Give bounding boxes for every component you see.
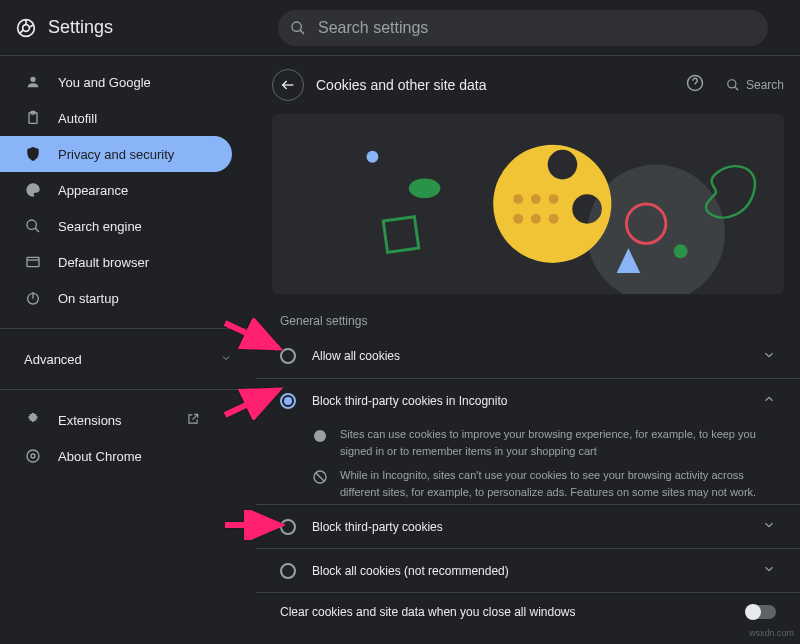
svg-point-2 <box>292 22 301 31</box>
cookies-illustration <box>272 114 784 294</box>
svg-line-34 <box>316 473 324 481</box>
svg-line-3 <box>300 30 304 34</box>
page-header: Cookies and other site data Search <box>256 56 800 114</box>
sidebar-item-label: Appearance <box>58 183 128 198</box>
sidebar-item-you-and-google[interactable]: You and Google <box>0 64 232 100</box>
hero-illustration <box>272 114 784 294</box>
search-icon <box>290 20 306 36</box>
option-block-third-party-incognito[interactable]: Block third-party cookies in Incognito <box>256 378 800 422</box>
svg-point-23 <box>513 214 523 224</box>
clipboard-icon <box>24 109 42 127</box>
option-label: Block third-party cookies <box>312 520 443 534</box>
detail-text: Sites can use cookies to improve your br… <box>340 426 776 459</box>
palette-icon <box>24 181 42 199</box>
svg-point-27 <box>409 178 441 198</box>
search-placeholder: Search settings <box>318 19 428 37</box>
radio-unchecked-icon <box>280 519 296 535</box>
app-header: Settings Search settings <box>0 0 800 56</box>
sidebar-item-label: You and Google <box>58 75 151 90</box>
divider <box>0 328 256 329</box>
help-button[interactable] <box>686 74 704 96</box>
header-search-input[interactable]: Search settings <box>278 10 768 46</box>
svg-point-17 <box>728 80 736 88</box>
sidebar: You and Google Autofill Privacy and secu… <box>0 56 256 644</box>
puzzle-icon <box>24 411 42 429</box>
sidebar-item-extensions[interactable]: Extensions <box>0 402 232 438</box>
divider <box>0 389 256 390</box>
radio-unchecked-icon <box>280 563 296 579</box>
sidebar-item-search-engine[interactable]: Search engine <box>0 208 232 244</box>
back-button[interactable] <box>272 69 304 101</box>
chevron-down-icon <box>762 562 776 579</box>
advanced-label: Advanced <box>24 352 82 367</box>
search-icon <box>726 78 740 92</box>
watermark: wsxdn.com <box>749 628 794 638</box>
sidebar-item-label: Privacy and security <box>58 147 174 162</box>
radio-checked-icon <box>280 393 296 409</box>
svg-rect-9 <box>27 257 39 266</box>
svg-point-20 <box>513 194 523 204</box>
app-title: Settings <box>48 17 113 38</box>
sidebar-item-about-chrome[interactable]: About Chrome <box>0 438 232 474</box>
chrome-logo-icon <box>16 18 36 38</box>
power-icon <box>24 289 42 307</box>
open-in-new-icon <box>186 412 200 429</box>
option-detail: While in Incognito, sites can't use your… <box>256 463 800 504</box>
search-icon <box>24 217 42 235</box>
clear-label: Clear cookies and site data when you clo… <box>280 605 576 619</box>
svg-point-7 <box>27 220 36 229</box>
browser-icon <box>24 253 42 271</box>
sidebar-item-label: Default browser <box>58 255 149 270</box>
page-title: Cookies and other site data <box>316 77 486 93</box>
sidebar-item-autofill[interactable]: Autofill <box>0 100 232 136</box>
sidebar-item-appearance[interactable]: Appearance <box>0 172 232 208</box>
section-title: General settings <box>256 294 800 334</box>
svg-line-8 <box>35 228 39 232</box>
svg-point-22 <box>549 194 559 204</box>
sidebar-item-label: On startup <box>58 291 119 306</box>
chevron-down-icon <box>762 348 776 365</box>
sidebar-item-label: Extensions <box>58 413 122 428</box>
sidebar-item-on-startup[interactable]: On startup <box>0 280 232 316</box>
option-block-third-party[interactable]: Block third-party cookies <box>256 504 800 548</box>
arrow-left-icon <box>280 77 296 93</box>
sidebar-item-label: Autofill <box>58 111 97 126</box>
detail-text: While in Incognito, sites can't use your… <box>340 467 776 500</box>
svg-point-21 <box>531 194 541 204</box>
person-icon <box>24 73 42 91</box>
option-label: Block all cookies (not recommended) <box>312 564 509 578</box>
main-content: Cookies and other site data Search <box>256 56 800 644</box>
radio-unchecked-icon <box>280 348 296 364</box>
clear-cookies-toggle-row[interactable]: Clear cookies and site data when you clo… <box>256 592 800 631</box>
chevron-down-icon <box>762 518 776 535</box>
chrome-icon <box>24 447 42 465</box>
search-label: Search <box>746 78 784 92</box>
svg-point-32 <box>314 430 326 442</box>
svg-point-4 <box>30 77 35 82</box>
page-search[interactable]: Search <box>726 78 784 92</box>
sidebar-item-privacy-security[interactable]: Privacy and security <box>0 136 232 172</box>
toggle-off-icon[interactable] <box>746 605 776 619</box>
option-block-all-cookies[interactable]: Block all cookies (not recommended) <box>256 548 800 592</box>
cookie-icon <box>312 428 328 459</box>
option-allow-all-cookies[interactable]: Allow all cookies <box>256 334 800 378</box>
svg-point-13 <box>27 450 39 462</box>
chevron-up-icon <box>762 392 776 409</box>
svg-rect-28 <box>383 217 419 253</box>
block-icon <box>312 469 328 500</box>
chevron-down-icon <box>220 352 232 367</box>
svg-point-14 <box>31 454 35 458</box>
option-label: Block third-party cookies in Incognito <box>312 394 507 408</box>
sidebar-advanced[interactable]: Advanced <box>0 341 256 377</box>
sidebar-item-label: Search engine <box>58 219 142 234</box>
sidebar-item-default-browser[interactable]: Default browser <box>0 244 232 280</box>
option-detail: Sites can use cookies to improve your br… <box>256 422 800 463</box>
shield-icon <box>24 145 42 163</box>
svg-point-26 <box>367 151 379 163</box>
sidebar-item-label: About Chrome <box>58 449 142 464</box>
svg-line-18 <box>735 87 739 91</box>
svg-point-31 <box>674 244 688 258</box>
option-label: Allow all cookies <box>312 349 400 363</box>
svg-point-24 <box>531 214 541 224</box>
svg-point-25 <box>549 214 559 224</box>
